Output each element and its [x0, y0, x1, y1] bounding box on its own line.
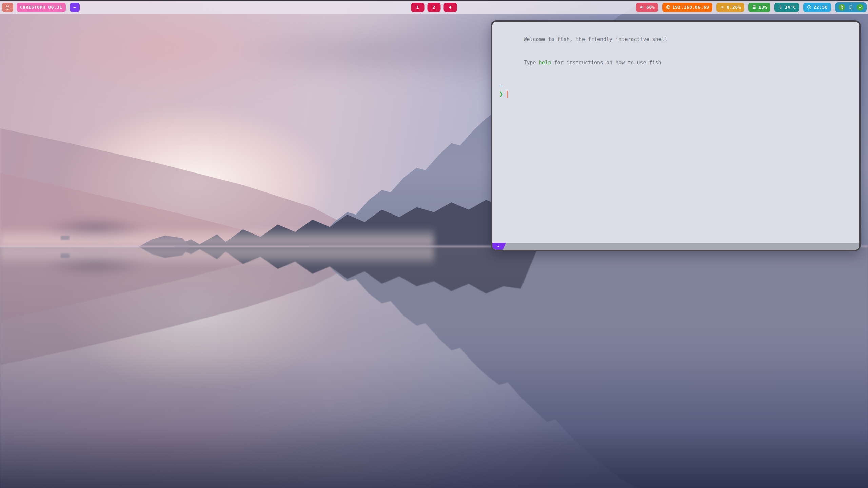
lake-reflection — [0, 247, 868, 488]
prompt-symbol: ❯ — [499, 90, 504, 98]
prompt-cwd: ~ — [499, 82, 853, 90]
terminal-window: Welcome to fish, the friendly interactiv… — [491, 20, 861, 251]
terminal-tab-bar: ~ — [492, 243, 859, 250]
terminal-content[interactable]: Welcome to fish, the friendly interactiv… — [492, 22, 859, 243]
phone-icon[interactable] — [848, 4, 853, 10]
key-icon[interactable] — [839, 4, 845, 11]
network-badge: 192.168.86.69 — [662, 3, 712, 12]
thermometer-icon — [778, 5, 783, 10]
clock-value: 22:58 — [813, 5, 828, 10]
text-cursor — [507, 91, 508, 98]
water-tint — [0, 247, 868, 488]
clock-icon — [807, 5, 812, 10]
memory-badge: 13% — [748, 3, 770, 12]
hostname-time-badge: CHRISTOPH 00:31 — [17, 3, 66, 12]
terminal-tab[interactable]: ~ — [492, 243, 506, 250]
speaker-icon — [639, 5, 645, 10]
temperature-badge: 34°C — [774, 3, 799, 12]
lake-mist — [0, 227, 434, 247]
fish-help-line: Type help for instructions on how to use… — [499, 51, 853, 75]
memory-stack-icon — [752, 5, 757, 10]
volume-value: 60% — [646, 5, 655, 10]
temperature-value: 34°C — [785, 5, 796, 10]
launcher-button[interactable] — [2, 3, 13, 12]
prompt-row: ❯ — [499, 90, 853, 98]
layout-badge[interactable]: ~ — [70, 3, 80, 12]
workspace-switcher: 1 2 4 — [411, 3, 457, 12]
fish-welcome-line: Welcome to fish, the friendly interactiv… — [499, 28, 853, 51]
memory-value: 13% — [758, 5, 767, 10]
gauge-icon — [720, 5, 725, 10]
tux-linux-icon — [5, 4, 11, 11]
hostname-time-label: CHRISTOPH 00:31 — [20, 5, 62, 10]
layout-symbol: ~ — [73, 5, 76, 10]
ip-address: 192.168.86.69 — [672, 5, 709, 10]
workspace-2[interactable]: 2 — [428, 3, 441, 12]
workspace-4[interactable]: 4 — [444, 3, 457, 12]
desktop: CHRISTOPH 00:31 ~ 1 2 4 — [0, 0, 868, 488]
help-keyword: help — [539, 60, 551, 66]
cpu-badge: 0.26% — [716, 3, 744, 12]
clock-badge[interactable]: 22:58 — [803, 3, 831, 12]
cpu-value: 0.26% — [727, 5, 741, 10]
globe-icon — [666, 5, 671, 10]
volume-badge[interactable]: 60% — [636, 3, 658, 12]
check-icon[interactable] — [857, 4, 863, 11]
system-tray — [835, 2, 867, 12]
top-bar: CHRISTOPH 00:31 ~ 1 2 4 — [0, 0, 868, 14]
workspace-1[interactable]: 1 — [411, 3, 425, 12]
status-modules: 60% 192.168.86.69 — [636, 2, 867, 12]
